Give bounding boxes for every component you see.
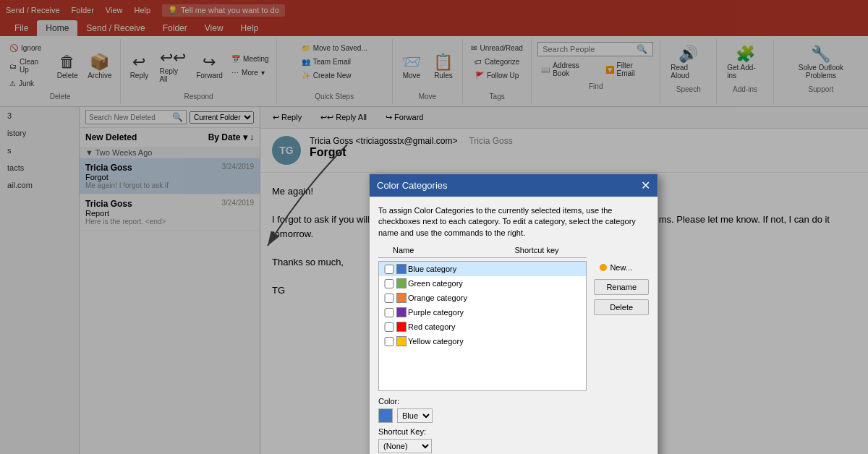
category-name-blue: Blue category — [408, 265, 511, 273]
category-checkbox-green[interactable] — [382, 279, 396, 288]
category-row-green[interactable]: Green category — [379, 276, 586, 291]
category-name-red: Red category — [408, 322, 511, 331]
category-checkbox-purple[interactable] — [382, 308, 396, 317]
category-color-purple — [396, 307, 407, 317]
category-row-purple[interactable]: Purple category — [379, 305, 586, 320]
rename-button[interactable]: Rename — [594, 279, 649, 295]
color-select-row: Blue — [378, 408, 587, 423]
shortcut-key-select[interactable]: (None) CTRL+F2 CTRL+F3 — [378, 439, 432, 453]
dialog-new-button[interactable]: New... — [594, 260, 649, 275]
new-dot-icon — [600, 264, 607, 271]
color-dropdown[interactable]: Blue — [397, 408, 433, 423]
category-row-blue[interactable]: Blue category — [379, 262, 586, 276]
dialog-actions: New... Rename Delete — [594, 246, 649, 453]
dialog-title-bar: Color Categories ✕ — [370, 174, 658, 197]
shortcut-col-header: Shortcut key — [514, 246, 587, 254]
category-checkbox-orange[interactable] — [382, 294, 396, 303]
shortcut-label: Shortcut Key: — [378, 427, 587, 436]
dialog-new-label: New... — [610, 263, 632, 272]
color-box — [378, 408, 393, 423]
delete-category-button[interactable]: Delete — [594, 299, 649, 315]
category-color-yellow — [396, 336, 407, 346]
category-name-orange: Orange category — [408, 294, 511, 302]
color-section: Color: Blue — [378, 397, 587, 423]
dialog-title-text: Color Categories — [377, 180, 448, 191]
dialog-list-header: Name Shortcut key — [378, 246, 587, 258]
category-color-orange — [396, 293, 407, 303]
category-row-yellow[interactable]: Yellow category — [379, 334, 586, 348]
category-name-purple: Purple category — [408, 308, 511, 317]
category-name-green: Green category — [408, 279, 511, 288]
color-label: Color: — [378, 397, 587, 406]
category-color-blue — [396, 264, 407, 274]
name-col-header: Name — [393, 246, 514, 254]
category-name-yellow: Yellow category — [408, 337, 511, 346]
category-checkbox-blue[interactable] — [382, 265, 396, 274]
category-color-green — [396, 278, 407, 288]
category-checkbox-red[interactable] — [382, 322, 396, 332]
dialog-close-button[interactable]: ✕ — [641, 179, 650, 192]
category-checkbox-yellow[interactable] — [382, 337, 396, 346]
category-row-red[interactable]: Red category — [379, 320, 586, 334]
category-row-orange[interactable]: Orange category — [379, 291, 586, 305]
color-categories-dialog: Color Categories ✕ To assign Color Categ… — [369, 174, 658, 454]
category-color-red — [396, 322, 407, 332]
dialog-content: Name Shortcut key Blue category — [378, 246, 649, 453]
dialog-body: To assign Color Categories to the curren… — [370, 197, 658, 454]
shortcut-section: Shortcut Key: (None) CTRL+F2 CTRL+F3 — [378, 427, 587, 453]
dialog-list-area: Name Shortcut key Blue category — [378, 246, 587, 453]
category-list: Blue category Green category Ora — [378, 261, 587, 391]
dialog-description: To assign Color Categories to the curren… — [378, 205, 649, 239]
